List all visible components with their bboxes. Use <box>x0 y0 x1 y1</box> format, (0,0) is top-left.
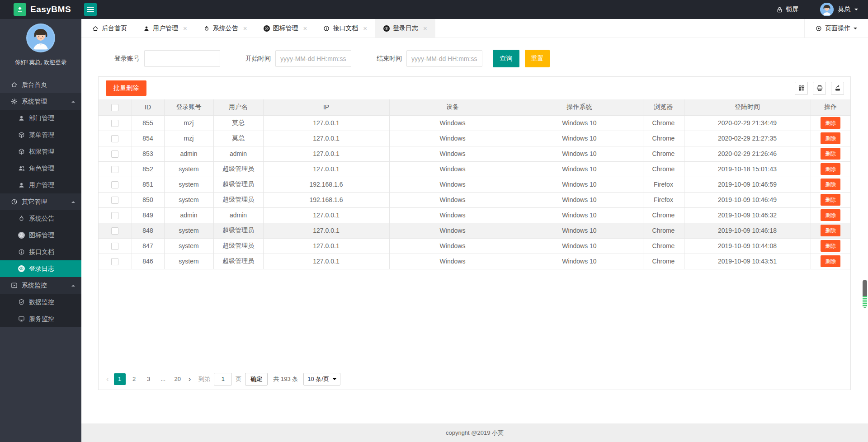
print-icon <box>816 85 823 92</box>
page-button-1[interactable]: 1 <box>114 373 126 385</box>
row-checkbox[interactable] <box>111 135 118 142</box>
table-row: 853adminadmin127.0.0.1WindowsWindows 10C… <box>99 146 850 161</box>
prev-page-button[interactable]: ‹ <box>105 375 110 383</box>
page-size-select[interactable]: 10 条/页 <box>303 373 340 386</box>
delete-button[interactable]: 删除 <box>821 240 840 252</box>
row-checkbox[interactable] <box>111 197 118 204</box>
select-all-checkbox[interactable] <box>111 104 118 111</box>
delete-button[interactable]: 删除 <box>821 117 840 129</box>
sidebar-subitem-接口文档[interactable]: 接口文档 <box>0 244 81 260</box>
cell-actions: 删除 <box>811 254 850 269</box>
cell-actions: 删除 <box>811 238 850 254</box>
tab-系统公告[interactable]: 系统公告× <box>195 19 255 38</box>
batch-delete-button[interactable]: 批量删除 <box>106 80 146 96</box>
sidebar-item-其它管理[interactable]: 其它管理 <box>0 193 81 210</box>
tab-用户管理[interactable]: 用户管理× <box>135 19 195 38</box>
table-card: 批量删除 ID登录账号用户名IP设备操作系统浏览器登陆时间操作 855mzj莫总… <box>98 76 851 390</box>
delete-button[interactable]: 删除 <box>821 255 840 267</box>
cell-time: 2019-10-18 15:01:43 <box>684 161 811 177</box>
print-button[interactable] <box>813 82 826 95</box>
sidebar-subitem-数据监控[interactable]: 数据监控 <box>0 294 81 310</box>
sidebar-toggle-button[interactable] <box>84 3 97 16</box>
sidebar-subitem-部门管理[interactable]: 部门管理 <box>0 110 81 127</box>
sidebar-subitem-label: 权限管理 <box>29 148 54 156</box>
cell-time: 2020-02-29 21:27:35 <box>684 131 811 146</box>
delete-button[interactable]: 删除 <box>821 179 840 190</box>
row-checkbox[interactable] <box>111 150 118 158</box>
sidebar-subitem-菜单管理[interactable]: 菜单管理 <box>0 127 81 143</box>
page-actions-dropdown[interactable]: 页面操作 <box>804 19 868 38</box>
row-checkbox[interactable] <box>111 120 118 127</box>
end-time-input[interactable] <box>406 50 482 67</box>
row-checkbox[interactable] <box>111 243 118 250</box>
cell-id: 855 <box>132 115 164 131</box>
row-checkbox[interactable] <box>111 212 118 219</box>
next-page-button[interactable]: › <box>187 375 193 383</box>
tab-接口文档[interactable]: 接口文档× <box>315 19 375 38</box>
lock-screen-button[interactable]: 锁屏 <box>776 5 798 14</box>
goto-confirm-button[interactable]: 确定 <box>245 373 268 386</box>
sidebar-item-label: 系统管理 <box>22 98 47 106</box>
tab-登录日志[interactable]: 登录日志× <box>375 19 435 38</box>
compass-icon <box>264 25 270 32</box>
row-checkbox[interactable] <box>111 166 118 173</box>
row-checkbox-cell <box>99 161 132 177</box>
sidebar-subitem-label: 接口文档 <box>29 248 54 256</box>
sidebar-item-label: 系统监控 <box>22 282 47 290</box>
cell-account: system <box>164 238 213 254</box>
delete-button[interactable]: 删除 <box>821 209 840 221</box>
goto-page-input[interactable] <box>214 373 232 386</box>
sidebar-subitem-服务监控[interactable]: 服务监控 <box>0 310 81 327</box>
sidebar-subitem-label: 用户管理 <box>29 181 54 189</box>
search-button[interactable]: 查询 <box>493 50 519 67</box>
close-icon[interactable]: × <box>363 25 367 32</box>
cell-device: Windows <box>389 161 516 177</box>
history-icon <box>11 198 18 205</box>
cell-os: Windows 10 <box>516 207 643 223</box>
cell-username: 超级管理员 <box>213 223 263 238</box>
row-checkbox[interactable] <box>111 181 118 188</box>
table-row: 849adminadmin127.0.0.1WindowsWindows 10C… <box>99 207 850 223</box>
sidebar-item-系统监控[interactable]: 系统监控 <box>0 277 81 294</box>
tab-后台首页[interactable]: 后台首页 <box>84 19 135 38</box>
sidebar-subitem-用户管理[interactable]: 用户管理 <box>0 177 81 193</box>
user-menu[interactable]: 莫总 <box>820 3 868 16</box>
row-checkbox[interactable] <box>111 227 118 235</box>
delete-button[interactable]: 删除 <box>821 132 840 144</box>
filter-columns-button[interactable] <box>795 82 808 95</box>
sidebar-subitem-图标管理[interactable]: 图标管理 <box>0 227 81 244</box>
flame-icon <box>203 25 210 32</box>
reset-button[interactable]: 重置 <box>525 50 550 67</box>
delete-button[interactable]: 删除 <box>821 194 840 206</box>
tab-图标管理[interactable]: 图标管理× <box>255 19 316 38</box>
cell-device: Windows <box>389 254 516 269</box>
sidebar-item-系统管理[interactable]: 系统管理 <box>0 93 81 110</box>
delete-button[interactable]: 删除 <box>821 163 840 175</box>
tab-label: 用户管理 <box>153 24 178 33</box>
account-input[interactable] <box>144 50 220 67</box>
row-checkbox[interactable] <box>111 258 118 265</box>
brand[interactable]: EasyBMS <box>0 3 81 16</box>
page-button-20[interactable]: 20 <box>172 373 184 385</box>
close-icon[interactable]: × <box>243 25 247 32</box>
sidebar-item-后台首页[interactable]: 后台首页 <box>0 76 81 93</box>
sidebar-subitem-权限管理[interactable]: 权限管理 <box>0 143 81 160</box>
sidebar-subitem-角色管理[interactable]: 角色管理 <box>0 160 81 177</box>
delete-button[interactable]: 删除 <box>821 225 840 236</box>
scrollbar-thumb[interactable] <box>863 280 867 308</box>
sidebar-subitem-系统公告[interactable]: 系统公告 <box>0 210 81 227</box>
table-row: 846system超级管理员127.0.0.1WindowsWindows 10… <box>99 254 850 269</box>
cell-actions: 删除 <box>811 207 850 223</box>
start-time-input[interactable] <box>275 50 351 67</box>
close-icon[interactable]: × <box>183 25 187 32</box>
close-icon[interactable]: × <box>303 25 307 32</box>
export-button[interactable] <box>831 82 844 95</box>
page-button-3[interactable]: 3 <box>143 373 155 385</box>
cell-os: Windows 10 <box>516 254 643 269</box>
delete-button[interactable]: 删除 <box>821 148 840 160</box>
info-icon <box>18 249 25 255</box>
page-button-2[interactable]: 2 <box>128 373 140 385</box>
sidebar-subitem-登录日志[interactable]: 登录日志 <box>0 260 81 277</box>
cell-ip: 127.0.0.1 <box>263 254 389 269</box>
close-icon[interactable]: × <box>423 25 427 32</box>
